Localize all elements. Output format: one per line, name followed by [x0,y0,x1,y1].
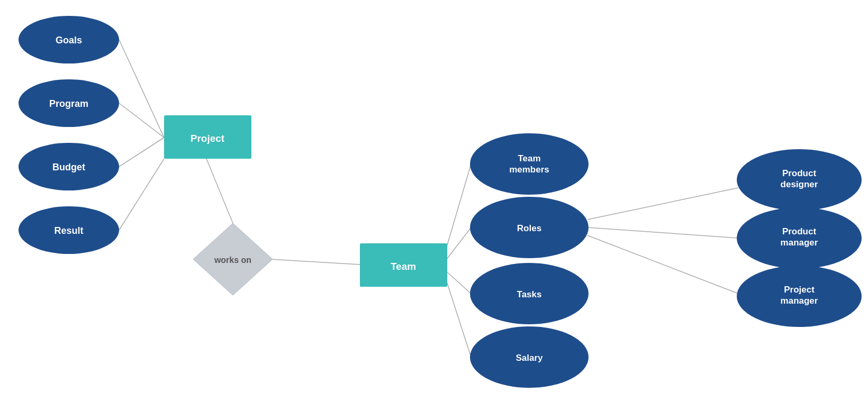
project-manager-label1: Project [784,285,815,295]
line-workson-team [270,259,360,265]
line-budget-project [119,138,164,167]
result-label: Result [54,225,83,236]
line-roles-projmanager [587,235,738,294]
line-goals-project [119,40,164,138]
salary-label: Salary [516,353,543,363]
project-label: Project [191,133,225,144]
program-label: Program [49,98,88,109]
project-manager-label2: manager [781,296,818,306]
product-manager-label2: manager [781,238,818,248]
roles-label: Roles [517,223,541,233]
line-team-members [445,164,471,254]
team-members-ellipse[interactable] [470,133,589,195]
budget-label: Budget [52,162,85,172]
diagram-canvas: Goals Program Budget Result Project work… [0,0,868,410]
line-project-workson [206,159,233,223]
line-result-project [119,159,164,230]
line-team-tasks [445,270,471,294]
team-label: Team [391,261,416,272]
product-designer-label2: designer [781,179,818,189]
team-members-label-line2: members [509,165,549,175]
tasks-label: Tasks [517,289,542,299]
workson-label: works on [214,256,251,265]
team-members-label-line1: Team [518,153,540,163]
line-roles-manager [587,227,738,238]
line-program-project [119,103,164,138]
goals-label: Goals [56,35,82,45]
product-designer-label1: Product [782,168,817,178]
line-team-salary [445,275,471,357]
product-manager-label1: Product [782,226,817,236]
line-team-roles [445,227,471,262]
line-roles-designer [587,188,738,220]
